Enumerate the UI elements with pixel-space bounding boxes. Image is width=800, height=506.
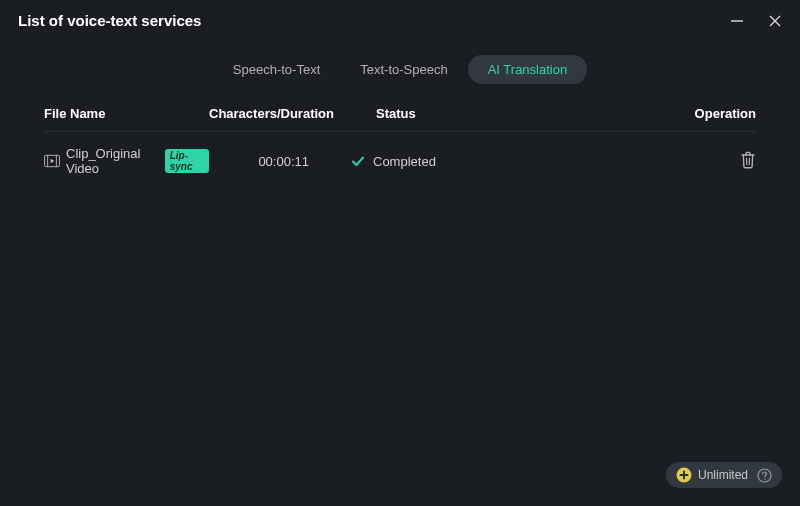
tab-text-to-speech[interactable]: Text-to-Speech <box>340 55 467 84</box>
tabs: Speech-to-Text Text-to-Speech AI Transla… <box>0 55 800 84</box>
titlebar: List of voice-text services <box>0 0 800 37</box>
window-title: List of voice-text services <box>18 12 201 29</box>
cell-duration: 00:00:11 <box>209 154 329 169</box>
col-header-filename: File Name <box>44 106 209 121</box>
footer: Unlimited <box>666 462 782 488</box>
cell-status: Completed <box>329 154 449 169</box>
cell-operation <box>449 151 756 172</box>
minimize-icon <box>730 14 744 28</box>
col-header-operation: Operation <box>474 106 756 121</box>
video-clip-icon <box>44 154 60 168</box>
minimize-button[interactable] <box>730 14 744 28</box>
status-text: Completed <box>373 154 436 169</box>
tab-ai-translation[interactable]: AI Translation <box>468 55 588 84</box>
col-header-status: Status <box>354 106 474 121</box>
table-row: Clip_Original Video Lip-sync 00:00:11 Co… <box>44 132 756 190</box>
svg-point-9 <box>758 469 771 482</box>
unlimited-label: Unlimited <box>698 468 748 482</box>
help-icon <box>757 468 772 483</box>
tab-speech-to-text[interactable]: Speech-to-Text <box>213 55 340 84</box>
check-icon <box>351 154 365 168</box>
plus-circle-icon <box>676 467 692 483</box>
window-controls <box>730 14 782 28</box>
svg-point-10 <box>764 478 765 479</box>
close-icon <box>768 14 782 28</box>
unlimited-button[interactable]: Unlimited <box>666 462 782 488</box>
lip-sync-badge: Lip-sync <box>165 149 209 173</box>
trash-icon <box>740 151 756 169</box>
close-button[interactable] <box>768 14 782 28</box>
col-header-duration: Characters/Duration <box>209 106 354 121</box>
table-header: File Name Characters/Duration Status Ope… <box>44 106 756 132</box>
filename-text: Clip_Original Video <box>66 146 159 176</box>
cell-filename: Clip_Original Video Lip-sync <box>44 146 209 176</box>
services-table: File Name Characters/Duration Status Ope… <box>0 106 800 190</box>
delete-button[interactable] <box>740 151 756 169</box>
